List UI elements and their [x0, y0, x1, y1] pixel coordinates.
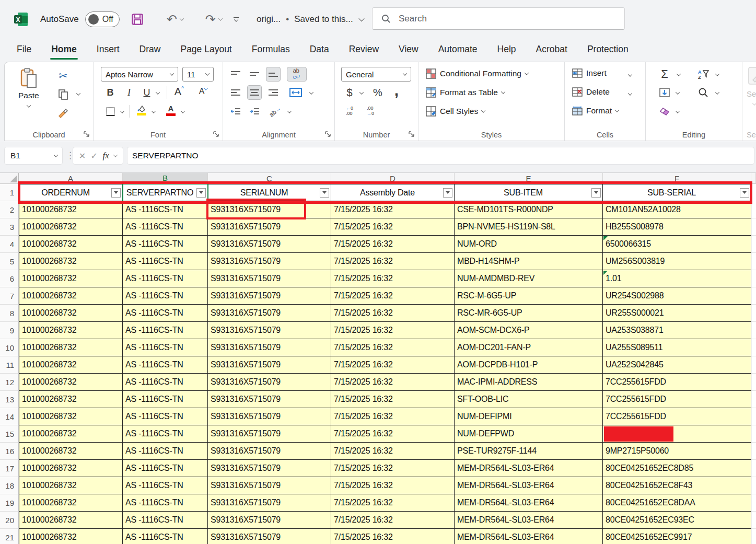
cell[interactable]: NUM-ORD — [455, 236, 603, 253]
align-bottom-button[interactable] — [266, 67, 281, 82]
cell[interactable]: 7/15/2025 16:32 — [331, 443, 455, 460]
cell[interactable]: UR255S000021 — [603, 305, 751, 322]
row-header-19[interactable]: 19 — [0, 494, 19, 512]
tab-formulas[interactable]: Formulas — [250, 40, 292, 61]
empty-cell[interactable] — [751, 374, 756, 391]
tab-protection[interactable]: Protection — [586, 40, 630, 61]
cell[interactable]: MEM-DR564L-SL03-ER64 — [455, 460, 603, 477]
cell[interactable]: S931316X5715079 — [208, 305, 331, 322]
cell[interactable]: AS -1116CS-TN — [123, 356, 208, 374]
alignment-dialog-launcher[interactable] — [324, 131, 332, 138]
cell[interactable]: 101000268732 — [19, 270, 123, 287]
empty-cell[interactable] — [751, 305, 756, 322]
empty-cell[interactable] — [751, 529, 756, 544]
empty-cell[interactable] — [751, 477, 756, 494]
cell[interactable]: S931316X5715079 — [208, 322, 331, 339]
orientation-button[interactable]: ab→ — [268, 104, 283, 119]
cell[interactable]: 7CC255615FDD — [603, 391, 751, 408]
row-header-7[interactable]: 7 — [0, 287, 19, 305]
cell[interactable]: 80CE04251652EC93EC — [603, 512, 751, 529]
empty-cell[interactable] — [751, 236, 756, 253]
cell[interactable]: S931316X5715079 — [208, 494, 331, 512]
wrap-text-button[interactable]: abc↵ — [287, 67, 307, 82]
empty-cell[interactable] — [751, 339, 756, 356]
cell[interactable]: 7/15/2025 16:32 — [331, 356, 455, 374]
empty-cell[interactable] — [751, 460, 756, 477]
empty-cell[interactable] — [751, 356, 756, 374]
empty-cell[interactable] — [751, 287, 756, 305]
cell[interactable]: AS -1116CS-TN — [123, 391, 208, 408]
increase-indent-button[interactable] — [247, 104, 262, 119]
fill-button[interactable] — [657, 85, 672, 100]
cell[interactable]: MEM-DR564L-SL03-ER64 — [455, 512, 603, 529]
decrease-font-button[interactable]: A — [196, 84, 211, 99]
cell[interactable]: UR254S002988 — [603, 287, 751, 305]
cell[interactable]: 7/15/2025 16:32 — [331, 253, 455, 270]
insert-function-icon[interactable]: fx — [102, 151, 109, 161]
cell[interactable]: 80CE04251652EC8D85 — [603, 460, 751, 477]
row-header-5[interactable]: 5 — [0, 253, 19, 270]
cell[interactable]: RSC-M-6G5-UP — [455, 287, 603, 305]
orientation-dropdown-icon[interactable] — [287, 109, 292, 113]
cell[interactable]: 7/15/2025 16:32 — [331, 374, 455, 391]
borders-button[interactable] — [103, 104, 118, 119]
cell[interactable]: AS -1116CS-TN — [123, 374, 208, 391]
delete-cells-button[interactable]: Delete — [572, 87, 610, 97]
row-header-14[interactable]: 14 — [0, 408, 19, 425]
cell[interactable]: 101000268732 — [19, 322, 123, 339]
cell[interactable]: AOM-DCPDB-H101-P — [455, 356, 603, 374]
row-header-1[interactable]: 1 — [0, 184, 19, 201]
paste-button[interactable]: Paste — [18, 67, 39, 110]
row-header-3[interactable]: 3 — [0, 218, 19, 236]
tab-draw[interactable]: Draw — [138, 40, 162, 61]
row-header-17[interactable]: 17 — [0, 460, 19, 477]
search-input[interactable]: Search — [372, 7, 625, 30]
underline-dropdown-icon[interactable] — [156, 90, 160, 94]
cell[interactable]: 1.01 — [603, 270, 751, 287]
italic-button[interactable]: I — [122, 85, 136, 100]
cell[interactable]: RSC-MR-6G5-UP — [455, 305, 603, 322]
saved-status[interactable]: Saved to this... — [294, 14, 353, 25]
cell[interactable]: AOM-SCM-DCX6-P — [455, 322, 603, 339]
empty-cell[interactable] — [751, 512, 756, 529]
font-color-button[interactable]: A — [164, 103, 178, 118]
row-header-4[interactable]: 4 — [0, 236, 19, 253]
find-select-button[interactable] — [696, 85, 711, 100]
row-header-12[interactable]: 12 — [0, 374, 19, 391]
align-middle-button[interactable] — [247, 67, 262, 82]
cell[interactable]: AS -1116CS-TN — [123, 236, 208, 253]
cell[interactable]: S931316X5715079 — [208, 529, 331, 544]
formula-input[interactable]: SERVERPARTNO — [127, 147, 754, 165]
cell[interactable]: MEM-DR564L-SL03-ER64 — [455, 477, 603, 494]
cell[interactable]: 101000268732 — [19, 512, 123, 529]
cell[interactable]: 101000268732 — [19, 477, 123, 494]
cell[interactable]: AS -1116CS-TN — [123, 408, 208, 425]
font-color-dropdown-icon[interactable] — [181, 109, 185, 113]
clipboard-dialog-launcher[interactable] — [83, 131, 90, 138]
cell[interactable]: AS -1116CS-TN — [123, 460, 208, 477]
tab-home[interactable]: Home — [50, 40, 78, 61]
cell[interactable]: S931316X5715079 — [208, 218, 331, 236]
autosum-button[interactable]: Σ — [657, 67, 672, 82]
font-dialog-launcher[interactable] — [213, 131, 220, 138]
delete-dropdown-icon[interactable] — [628, 91, 632, 95]
copy-button[interactable] — [56, 87, 71, 102]
copy-dropdown-icon[interactable] — [76, 91, 80, 95]
clear-dropdown-icon[interactable] — [676, 109, 680, 113]
decrease-indent-button[interactable] — [228, 104, 243, 119]
cell[interactable]: AS -1116CS-TN — [123, 305, 208, 322]
cell[interactable]: 7/15/2025 16:32 — [331, 425, 455, 443]
cell[interactable]: AS -1116CS-TN — [123, 477, 208, 494]
cell[interactable]: 101000268732 — [19, 391, 123, 408]
cell[interactable]: NUM-DEFPWD — [455, 425, 603, 443]
row-header-9[interactable]: 9 — [0, 322, 19, 339]
format-cells-button[interactable]: Format — [572, 106, 619, 115]
cell[interactable]: S931316X5715079 — [208, 236, 331, 253]
autosave-toggle[interactable]: Off — [85, 11, 120, 27]
currency-dropdown-icon[interactable] — [359, 90, 364, 94]
comma-button[interactable]: , — [389, 83, 404, 98]
cell[interactable]: AS -1116CS-TN — [123, 287, 208, 305]
cell[interactable]: UA255S089511 — [603, 339, 751, 356]
tab-automate[interactable]: Automate — [437, 40, 479, 61]
increase-font-button[interactable]: A^ — [172, 84, 187, 99]
